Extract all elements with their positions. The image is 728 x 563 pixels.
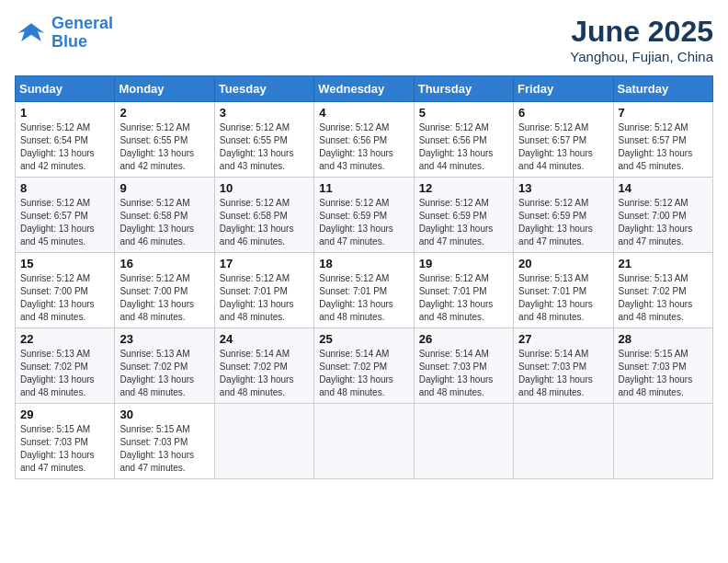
calendar-week-row: 8 Sunrise: 5:12 AM Sunset: 6:57 PM Dayli… [16, 178, 713, 253]
empty-cell [214, 404, 313, 479]
calendar-week-row: 29 Sunrise: 5:15 AM Sunset: 7:03 PM Dayl… [16, 404, 713, 479]
logo: General Blue [15, 15, 113, 52]
header-saturday: Saturday [613, 76, 712, 102]
cell-day-number: 29 [20, 408, 109, 421]
cell-day-number: 20 [518, 257, 608, 270]
day-cell-19: 19 Sunrise: 5:12 AM Sunset: 7:01 PM Dayl… [414, 253, 513, 328]
cell-day-number: 13 [518, 181, 608, 195]
cell-info: Sunrise: 5:12 AM Sunset: 6:55 PM Dayligh… [220, 121, 309, 173]
cell-day-number: 8 [20, 181, 109, 195]
cell-info: Sunrise: 5:13 AM Sunset: 7:02 PM Dayligh… [119, 348, 209, 399]
day-cell-23: 23 Sunrise: 5:13 AM Sunset: 7:02 PM Dayl… [115, 328, 214, 404]
month-title: June 2025 [570, 15, 713, 49]
cell-info: Sunrise: 5:13 AM Sunset: 7:02 PM Dayligh… [619, 272, 708, 324]
empty-cell [414, 404, 513, 479]
cell-day-number: 7 [619, 106, 708, 120]
calendar-table: Sunday Monday Tuesday Wednesday Thursday… [15, 75, 713, 479]
cell-info: Sunrise: 5:12 AM Sunset: 7:01 PM Dayligh… [319, 272, 408, 324]
cell-day-number: 22 [20, 332, 109, 346]
calendar-week-row: 1 Sunrise: 5:12 AM Sunset: 6:54 PM Dayli… [16, 102, 713, 178]
header-tuesday: Tuesday [214, 76, 313, 102]
cell-info: Sunrise: 5:12 AM Sunset: 6:58 PM Dayligh… [119, 197, 209, 248]
cell-day-number: 11 [319, 181, 408, 195]
title-block: June 2025 Yanghou, Fujian, China [570, 15, 713, 64]
cell-info: Sunrise: 5:12 AM Sunset: 7:01 PM Dayligh… [220, 272, 309, 324]
cell-info: Sunrise: 5:12 AM Sunset: 6:59 PM Dayligh… [319, 197, 408, 248]
day-cell-20: 20 Sunrise: 5:13 AM Sunset: 7:01 PM Dayl… [514, 253, 613, 328]
empty-cell [314, 404, 414, 479]
day-cell-30: 30 Sunrise: 5:15 AM Sunset: 7:03 PM Dayl… [115, 404, 214, 479]
day-cell-10: 10 Sunrise: 5:12 AM Sunset: 6:58 PM Dayl… [214, 178, 313, 253]
cell-info: Sunrise: 5:12 AM Sunset: 6:54 PM Dayligh… [20, 121, 109, 173]
cell-day-number: 27 [518, 332, 608, 346]
header-wednesday: Wednesday [314, 76, 414, 102]
day-cell-3: 3 Sunrise: 5:12 AM Sunset: 6:55 PM Dayli… [214, 102, 313, 178]
cell-day-number: 3 [220, 106, 309, 120]
header-sunday: Sunday [16, 76, 115, 102]
cell-info: Sunrise: 5:12 AM Sunset: 6:55 PM Dayligh… [119, 121, 209, 173]
cell-day-number: 17 [220, 257, 309, 270]
cell-info: Sunrise: 5:15 AM Sunset: 7:03 PM Dayligh… [119, 423, 209, 475]
cell-info: Sunrise: 5:13 AM Sunset: 7:02 PM Dayligh… [20, 348, 109, 399]
cell-day-number: 12 [419, 181, 508, 195]
cell-day-number: 15 [20, 257, 109, 270]
cell-info: Sunrise: 5:12 AM Sunset: 7:00 PM Dayligh… [619, 197, 708, 248]
cell-day-number: 1 [20, 106, 109, 120]
day-cell-9: 9 Sunrise: 5:12 AM Sunset: 6:58 PM Dayli… [115, 178, 214, 253]
day-cell-29: 29 Sunrise: 5:15 AM Sunset: 7:03 PM Dayl… [16, 404, 115, 479]
cell-info: Sunrise: 5:12 AM Sunset: 6:56 PM Dayligh… [419, 121, 508, 173]
calendar-header-row: Sunday Monday Tuesday Wednesday Thursday… [16, 76, 713, 102]
logo-icon [15, 17, 48, 50]
empty-cell [514, 404, 613, 479]
cell-info: Sunrise: 5:12 AM Sunset: 6:57 PM Dayligh… [20, 197, 109, 248]
cell-day-number: 9 [119, 181, 209, 195]
header-friday: Friday [514, 76, 613, 102]
day-cell-17: 17 Sunrise: 5:12 AM Sunset: 7:01 PM Dayl… [214, 253, 313, 328]
day-cell-1: 1 Sunrise: 5:12 AM Sunset: 6:54 PM Dayli… [16, 102, 115, 178]
day-cell-11: 11 Sunrise: 5:12 AM Sunset: 6:59 PM Dayl… [314, 178, 414, 253]
cell-day-number: 24 [220, 332, 309, 346]
cell-info: Sunrise: 5:12 AM Sunset: 6:59 PM Dayligh… [518, 197, 608, 248]
cell-day-number: 10 [220, 181, 309, 195]
cell-info: Sunrise: 5:12 AM Sunset: 7:00 PM Dayligh… [119, 272, 209, 324]
day-cell-8: 8 Sunrise: 5:12 AM Sunset: 6:57 PM Dayli… [16, 178, 115, 253]
day-cell-7: 7 Sunrise: 5:12 AM Sunset: 6:57 PM Dayli… [613, 102, 712, 178]
cell-info: Sunrise: 5:14 AM Sunset: 7:02 PM Dayligh… [220, 348, 309, 399]
svg-marker-0 [18, 23, 45, 41]
day-cell-25: 25 Sunrise: 5:14 AM Sunset: 7:02 PM Dayl… [314, 328, 414, 404]
calendar-week-row: 22 Sunrise: 5:13 AM Sunset: 7:02 PM Dayl… [16, 328, 713, 404]
cell-day-number: 16 [119, 257, 209, 270]
day-cell-15: 15 Sunrise: 5:12 AM Sunset: 7:00 PM Dayl… [16, 253, 115, 328]
cell-info: Sunrise: 5:13 AM Sunset: 7:01 PM Dayligh… [518, 272, 608, 324]
page-header: General Blue June 2025 Yanghou, Fujian, … [15, 15, 713, 64]
day-cell-18: 18 Sunrise: 5:12 AM Sunset: 7:01 PM Dayl… [314, 253, 414, 328]
day-cell-26: 26 Sunrise: 5:14 AM Sunset: 7:03 PM Dayl… [414, 328, 513, 404]
day-cell-14: 14 Sunrise: 5:12 AM Sunset: 7:00 PM Dayl… [613, 178, 712, 253]
day-cell-6: 6 Sunrise: 5:12 AM Sunset: 6:57 PM Dayli… [514, 102, 613, 178]
cell-day-number: 30 [119, 408, 209, 421]
cell-info: Sunrise: 5:12 AM Sunset: 6:57 PM Dayligh… [518, 121, 608, 173]
cell-info: Sunrise: 5:14 AM Sunset: 7:02 PM Dayligh… [319, 348, 408, 399]
cell-info: Sunrise: 5:14 AM Sunset: 7:03 PM Dayligh… [419, 348, 508, 399]
cell-day-number: 6 [518, 106, 608, 120]
cell-info: Sunrise: 5:15 AM Sunset: 7:03 PM Dayligh… [20, 423, 109, 475]
cell-day-number: 14 [619, 181, 708, 195]
day-cell-12: 12 Sunrise: 5:12 AM Sunset: 6:59 PM Dayl… [414, 178, 513, 253]
cell-day-number: 26 [419, 332, 508, 346]
day-cell-22: 22 Sunrise: 5:13 AM Sunset: 7:02 PM Dayl… [16, 328, 115, 404]
cell-day-number: 23 [119, 332, 209, 346]
day-cell-21: 21 Sunrise: 5:13 AM Sunset: 7:02 PM Dayl… [613, 253, 712, 328]
cell-info: Sunrise: 5:12 AM Sunset: 6:56 PM Dayligh… [319, 121, 408, 173]
cell-day-number: 4 [319, 106, 408, 120]
day-cell-13: 13 Sunrise: 5:12 AM Sunset: 6:59 PM Dayl… [514, 178, 613, 253]
cell-info: Sunrise: 5:12 AM Sunset: 6:57 PM Dayligh… [619, 121, 708, 173]
day-cell-2: 2 Sunrise: 5:12 AM Sunset: 6:55 PM Dayli… [115, 102, 214, 178]
cell-info: Sunrise: 5:14 AM Sunset: 7:03 PM Dayligh… [518, 348, 608, 399]
cell-day-number: 19 [419, 257, 508, 270]
cell-info: Sunrise: 5:12 AM Sunset: 6:59 PM Dayligh… [419, 197, 508, 248]
location: Yanghou, Fujian, China [570, 49, 713, 64]
cell-day-number: 25 [319, 332, 408, 346]
cell-day-number: 28 [619, 332, 708, 346]
day-cell-28: 28 Sunrise: 5:15 AM Sunset: 7:03 PM Dayl… [613, 328, 712, 404]
header-thursday: Thursday [414, 76, 513, 102]
